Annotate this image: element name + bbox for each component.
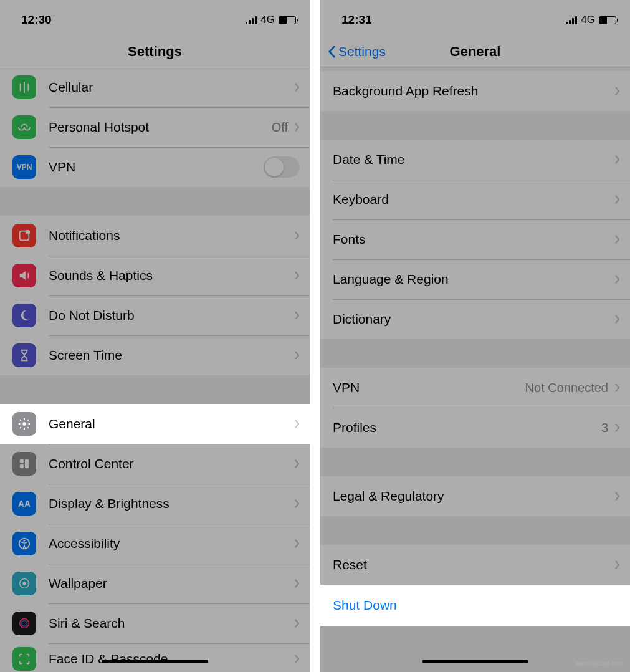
chevron-right-icon xyxy=(614,274,620,284)
chevron-right-icon xyxy=(294,578,300,588)
chevron-right-icon xyxy=(614,383,620,393)
back-label: Settings xyxy=(338,44,386,59)
shutdown-label: Shut Down xyxy=(333,598,397,613)
status-right: 4G xyxy=(566,14,616,26)
row-keyboard[interactable]: Keyboard xyxy=(320,180,630,219)
row-label: Cellular xyxy=(49,80,294,95)
status-right: 4G xyxy=(246,14,296,26)
chevron-right-icon xyxy=(294,350,300,360)
battery-icon xyxy=(279,16,296,24)
siri-icon xyxy=(12,612,36,635)
row-language-region[interactable]: Language & Region xyxy=(320,259,630,299)
faceid-icon xyxy=(12,647,36,671)
chevron-right-icon xyxy=(294,82,300,92)
watermark: www.deuaq.com xyxy=(576,660,624,667)
row-screen-time[interactable]: Screen Time xyxy=(0,335,310,375)
notifications-icon xyxy=(12,224,36,247)
row-siri-search[interactable]: Siri & Search xyxy=(0,603,310,643)
signal-icon xyxy=(566,16,577,24)
chevron-right-icon xyxy=(614,491,620,501)
row-legal-regulatory[interactable]: Legal & Regulatory xyxy=(320,476,630,516)
vpn-toggle[interactable] xyxy=(264,156,300,178)
home-indicator[interactable] xyxy=(102,660,208,663)
chevron-right-icon xyxy=(614,314,620,324)
row-label: Control Center xyxy=(49,456,294,471)
row-general[interactable]: General xyxy=(0,404,310,444)
row-label: VPN xyxy=(49,160,264,175)
svg-point-11 xyxy=(21,620,27,626)
nav-header: Settings xyxy=(0,36,310,67)
row-label: Date & Time xyxy=(333,152,614,167)
row-label: VPN xyxy=(333,380,525,395)
nav-header: Settings General xyxy=(320,36,630,67)
row-notifications[interactable]: Notifications xyxy=(0,216,310,256)
row-label: General xyxy=(49,416,294,431)
group-legal: Legal & Regulatory xyxy=(320,476,630,516)
chevron-right-icon xyxy=(294,459,300,469)
row-label: Wallpaper xyxy=(49,576,294,591)
group-network: VPN Not Connected Profiles 3 xyxy=(320,368,630,448)
chevron-right-icon xyxy=(614,423,620,433)
row-vpn[interactable]: VPN Not Connected xyxy=(320,368,630,408)
group-reset: Reset xyxy=(320,545,630,585)
row-label: Legal & Regulatory xyxy=(333,489,614,504)
chevron-right-icon xyxy=(294,618,300,628)
row-cellular[interactable]: Cellular xyxy=(0,67,310,107)
row-label: Profiles xyxy=(333,420,601,435)
gear-icon xyxy=(12,412,36,436)
text-size-icon: AA xyxy=(12,492,36,516)
row-label: Accessibility xyxy=(49,536,294,551)
network-label: 4G xyxy=(260,14,275,26)
back-button[interactable]: Settings xyxy=(328,44,386,59)
row-vpn[interactable]: VPN VPN xyxy=(0,147,310,187)
wallpaper-icon xyxy=(12,572,36,595)
row-fonts[interactable]: Fonts xyxy=(320,219,630,259)
general-screen: 12:31 4G Settings General Background App… xyxy=(320,0,630,672)
group-bg-refresh: Background App Refresh xyxy=(320,71,630,111)
battery-icon xyxy=(599,16,616,24)
hourglass-icon xyxy=(12,343,36,367)
vpn-icon: VPN xyxy=(12,155,36,179)
row-date-time[interactable]: Date & Time xyxy=(320,140,630,180)
chevron-right-icon xyxy=(294,499,300,509)
row-accessibility[interactable]: Accessibility xyxy=(0,524,310,564)
row-label: Notifications xyxy=(49,228,294,243)
group-notifications: Notifications Sounds & Haptics Do Not Di… xyxy=(0,216,310,375)
svg-rect-3 xyxy=(20,459,24,463)
row-reset[interactable]: Reset xyxy=(320,545,630,585)
row-wallpaper[interactable]: Wallpaper xyxy=(0,564,310,603)
network-label: 4G xyxy=(581,14,595,26)
row-profiles[interactable]: Profiles 3 xyxy=(320,408,630,448)
svg-point-2 xyxy=(22,422,26,426)
chevron-right-icon xyxy=(294,271,300,281)
sounds-icon xyxy=(12,264,36,287)
row-personal-hotspot[interactable]: Personal Hotspot Off xyxy=(0,107,310,147)
svg-point-9 xyxy=(22,582,26,585)
row-control-center[interactable]: Control Center xyxy=(0,444,310,484)
control-center-icon xyxy=(12,452,36,476)
group-connectivity: Cellular Personal Hotspot Off VPN VPN xyxy=(0,67,310,187)
status-bar: 12:31 4G xyxy=(320,0,630,36)
row-face-id[interactable]: Face ID & Passcode xyxy=(0,643,310,672)
row-label: Do Not Disturb xyxy=(49,308,294,323)
row-background-app-refresh[interactable]: Background App Refresh xyxy=(320,71,630,111)
row-display-brightness[interactable]: AA Display & Brightness xyxy=(0,484,310,524)
row-dictionary[interactable]: Dictionary xyxy=(320,299,630,339)
home-indicator[interactable] xyxy=(422,660,528,663)
row-label: Reset xyxy=(333,557,614,572)
row-label: Face ID & Passcode xyxy=(49,651,294,666)
moon-icon xyxy=(12,304,36,327)
row-shut-down[interactable]: Shut Down xyxy=(320,585,630,626)
row-do-not-disturb[interactable]: Do Not Disturb xyxy=(0,295,310,335)
svg-rect-4 xyxy=(25,459,29,469)
chevron-right-icon xyxy=(614,234,620,244)
settings-screen: 12:30 4G Settings Cellular Personal Hots… xyxy=(0,0,310,672)
row-label: Personal Hotspot xyxy=(49,120,272,135)
row-label: Fonts xyxy=(333,232,614,247)
accessibility-icon xyxy=(12,532,36,555)
chevron-right-icon xyxy=(294,310,300,320)
cellular-icon xyxy=(12,75,36,99)
row-label: Display & Brightness xyxy=(49,496,294,511)
row-label: Screen Time xyxy=(49,348,294,363)
row-sounds[interactable]: Sounds & Haptics xyxy=(0,256,310,295)
